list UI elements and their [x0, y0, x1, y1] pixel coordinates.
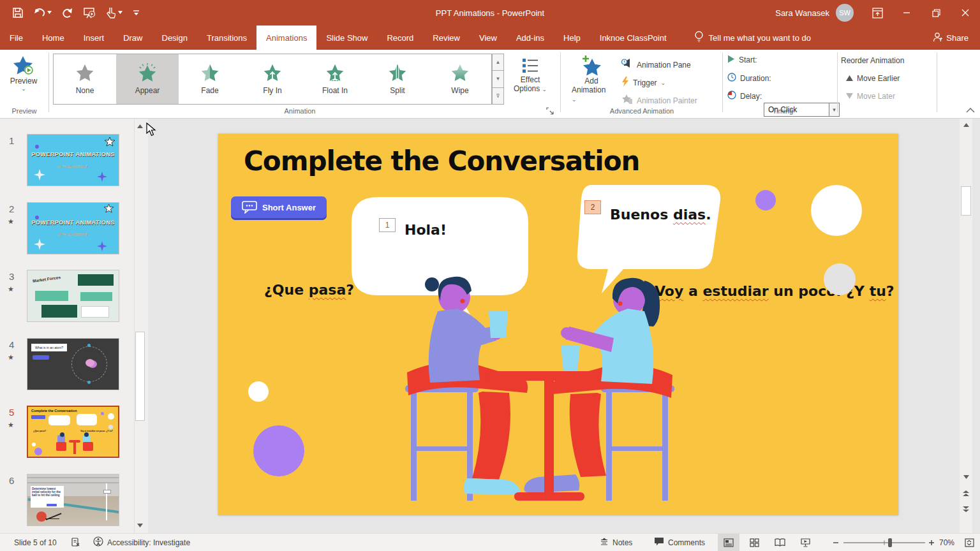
short-answer-button[interactable]: Short Answer — [231, 196, 327, 218]
previous-slide-button[interactable] — [961, 489, 971, 499]
animation-order-badge-2[interactable]: 2 — [584, 200, 601, 214]
minimize-button[interactable] — [892, 0, 921, 26]
close-button[interactable] — [951, 0, 980, 26]
animation-appear[interactable]: Appear — [116, 54, 179, 104]
trigger-button[interactable]: Trigger ⌄ — [621, 77, 665, 89]
zoom-level[interactable]: 70% — [939, 534, 954, 551]
slide-2-thumbnail[interactable]: POWERPOINT ANIMATIONS WITH CLASSPOINT — [27, 202, 119, 254]
slide-4-thumbnail[interactable]: What is in an atom? — [27, 338, 119, 390]
tab-view[interactable]: View — [470, 26, 507, 50]
tab-review[interactable]: Review — [423, 26, 470, 50]
preview-label: Preview — [10, 77, 38, 85]
bubble-1-text[interactable]: Hola! — [405, 222, 447, 238]
move-earlier-button[interactable]: Move Earlier — [846, 74, 900, 83]
mini-measure-line — [106, 483, 107, 520]
add-animation-label-2: Animation ⌄ — [572, 85, 611, 103]
slide-1-thumbnail[interactable]: POWERPOINT ANIMATIONS WITH CLASSPOINT — [27, 134, 119, 186]
normal-view-button[interactable] — [718, 534, 739, 551]
thumbnail-row-1[interactable]: 1 POWERPOINT ANIMATIONS WITH CLASSPOINT — [0, 134, 148, 187]
reading-view-button[interactable] — [769, 534, 791, 551]
tab-inknoe-classpoint[interactable]: Inknoe ClassPoint — [590, 26, 676, 50]
thumbnail-row-2[interactable]: 2 ★ POWERPOINT ANIMATIONS WITH CLASSPOIN… — [0, 202, 148, 256]
next-slide-button[interactable] — [961, 504, 971, 514]
tab-home[interactable]: Home — [33, 26, 74, 50]
user-name[interactable]: Sara Wanasek — [775, 8, 829, 18]
tab-add-ins[interactable]: Add-ins — [507, 26, 554, 50]
accessibility-checker[interactable]: Accessibility: Investigate — [93, 534, 190, 551]
tab-design[interactable]: Design — [152, 26, 197, 50]
main-scrollbar[interactable] — [960, 119, 972, 533]
mini-bubble — [48, 415, 70, 425]
tab-transitions[interactable]: Transitions — [197, 26, 256, 50]
share-button[interactable]: Share — [933, 26, 969, 50]
restore-button[interactable] — [921, 0, 951, 26]
tab-insert[interactable]: Insert — [74, 26, 114, 50]
advanced-animation-group-label: Advanced Animation — [561, 107, 722, 115]
slide-5-thumbnail[interactable]: Complete the Conversation ¿Que pasa? Voy… — [27, 406, 119, 458]
tab-draw[interactable]: Draw — [114, 26, 152, 50]
zoom-slider[interactable] — [843, 534, 925, 551]
thumbnail-row-5-selected[interactable]: 5 ★ Complete the Conversation ¿Que pasa?… — [0, 406, 148, 459]
fit-slide-to-window-button[interactable] — [965, 534, 974, 551]
tab-file[interactable]: File — [0, 26, 33, 50]
effect-options-button[interactable]: Effect Options ⌄ — [508, 56, 553, 93]
slide-title[interactable]: Complete the Conversation — [244, 145, 639, 177]
tab-help[interactable]: Help — [554, 26, 590, 50]
scrollbar-thumb[interactable] — [135, 332, 145, 421]
left-phrase[interactable]: ¿Que pasa? — [264, 282, 354, 298]
duration-row: Duration: — [727, 73, 771, 84]
slide-show-view-button[interactable] — [794, 534, 816, 551]
ribbon-display-options-icon[interactable] — [863, 0, 892, 26]
notes-button[interactable]: Notes — [600, 534, 632, 551]
thumbnail-scrollbar[interactable] — [134, 119, 145, 533]
duration-label: Duration: — [740, 74, 771, 83]
mini-circle — [32, 443, 36, 446]
white-circle-decoration — [811, 185, 862, 236]
gallery-scroll-up[interactable]: ▲ — [492, 54, 504, 71]
animation-none[interactable]: None — [54, 54, 116, 104]
move-later-button[interactable]: Move Later — [846, 92, 895, 101]
scrollbar-thumb[interactable] — [961, 186, 971, 216]
slide-canvas[interactable]: Complete the Conversation Short Answer 1… — [218, 134, 898, 515]
effect-options-label-1: Effect — [521, 75, 540, 84]
animation-order-badge-1[interactable]: 1 — [379, 218, 396, 232]
user-avatar[interactable]: SW — [836, 4, 854, 22]
animation-group-label: Animation — [128, 107, 472, 115]
add-animation-button[interactable]: Add Animation ⌄ — [572, 55, 611, 103]
preview-button[interactable]: Preview ⌄ — [6, 55, 41, 92]
comments-button[interactable]: Comments — [654, 534, 705, 551]
tell-me-box[interactable]: Tell me what you want to do — [694, 26, 811, 50]
slide-6-thumbnail[interactable]: Determine lowest initial velocity for th… — [27, 474, 119, 526]
bubble-2-text[interactable]: Buenos dias. — [610, 207, 711, 223]
zoom-in-button[interactable] — [928, 534, 935, 551]
thumbnail-row-4[interactable]: 4 ★ What is in an atom? — [0, 338, 148, 392]
collapse-ribbon-icon[interactable] — [966, 105, 975, 116]
right-phrase[interactable]: Voy a estudiar un poco. ¿Y tu? — [655, 283, 895, 299]
animation-wipe[interactable]: Wipe — [429, 54, 491, 104]
animation-dialog-launcher-icon[interactable] — [546, 106, 554, 117]
animation-float-in[interactable]: Float In — [304, 54, 366, 104]
scroll-up-arrow[interactable] — [961, 120, 971, 130]
slide-sorter-view-button[interactable] — [743, 534, 765, 551]
thumbnail-row-3[interactable]: 3 ★ Market Forces — [0, 270, 148, 323]
scroll-down-arrow[interactable] — [961, 472, 971, 482]
scroll-down-arrow[interactable] — [135, 520, 145, 531]
animation-painter-button[interactable]: Animation Painter — [621, 94, 697, 107]
scroll-up-arrow[interactable] — [135, 121, 145, 131]
slide-3-thumbnail[interactable]: Market Forces — [27, 270, 119, 322]
animation-fade[interactable]: Fade — [179, 54, 241, 104]
animation-split[interactable]: Split — [366, 54, 429, 104]
animation-fly-in[interactable]: Fly In — [241, 54, 304, 104]
slide-counter[interactable]: Slide 5 of 10 — [14, 534, 57, 551]
tab-slide-show[interactable]: Slide Show — [316, 26, 377, 50]
gallery-scroll-down[interactable]: ▼ — [492, 71, 504, 87]
zoom-out-button[interactable] — [833, 534, 839, 551]
gallery-more[interactable]: ⊽ — [492, 88, 504, 105]
spell-check-icon[interactable] — [71, 534, 80, 551]
mini-person-legs — [83, 442, 93, 451]
fly-in-star-icon — [263, 63, 282, 82]
tab-record[interactable]: Record — [377, 26, 423, 50]
thumbnail-row-6[interactable]: 6 Determine lowest initial velocity for … — [0, 474, 148, 527]
tab-animations[interactable]: Animations — [256, 26, 316, 50]
animation-pane-button[interactable]: Animation Pane — [621, 59, 691, 71]
